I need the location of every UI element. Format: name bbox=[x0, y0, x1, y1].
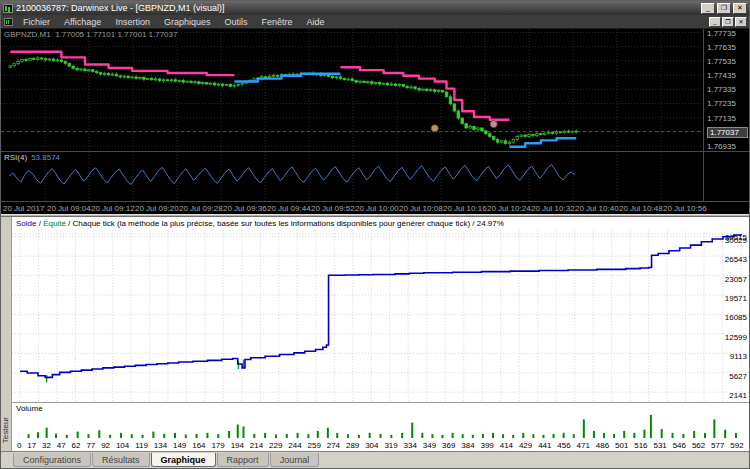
menu-affichage[interactable]: Affichage bbox=[57, 17, 108, 27]
current-price-box: 1.77037 bbox=[707, 127, 748, 138]
balance-canvas[interactable] bbox=[12, 230, 749, 402]
separator: / bbox=[470, 219, 477, 228]
trade-number-label: 456 bbox=[557, 441, 570, 450]
menu-fichier[interactable]: Fichier bbox=[16, 17, 57, 27]
trade-number-label: 134 bbox=[154, 441, 167, 450]
trade-number-label: 429 bbox=[519, 441, 532, 450]
volume-label: Volume bbox=[16, 404, 43, 413]
trade-number-label: 486 bbox=[596, 441, 609, 450]
restore-button[interactable]: ❐ bbox=[717, 3, 731, 14]
model-quality-percent: 24.97% bbox=[477, 219, 504, 228]
rsi-plot[interactable]: RSI(4)53.8574 bbox=[1, 152, 703, 201]
menu-aide[interactable]: Aide bbox=[300, 17, 332, 27]
menu-fenêtre[interactable]: Fenêtre bbox=[254, 17, 299, 27]
trade-number-label: 229 bbox=[269, 441, 282, 450]
rsi-canvas[interactable] bbox=[1, 152, 703, 202]
minimize-button[interactable]: _ bbox=[701, 3, 715, 14]
trade-number-label: 149 bbox=[173, 441, 186, 450]
equity-legend: Équité bbox=[43, 219, 66, 228]
volume-canvas bbox=[12, 403, 749, 439]
time-label: 20 Jul 09:12 bbox=[91, 204, 135, 213]
order-marker-2 bbox=[490, 121, 497, 128]
trade-number-label: 119 bbox=[135, 441, 148, 450]
trade-number-label: 592 bbox=[730, 441, 743, 450]
candlestick-canvas[interactable] bbox=[1, 29, 703, 151]
trade-number-label: 179 bbox=[211, 441, 224, 450]
menu-outils[interactable]: Outils bbox=[217, 17, 254, 27]
tab-configurations[interactable]: Configurations bbox=[13, 453, 91, 467]
balance-scale-label: 9113 bbox=[730, 353, 747, 361]
balance-scale-label: 2141 bbox=[729, 392, 747, 400]
rsi-panel: RSI(4)53.8574 bbox=[1, 151, 749, 201]
order-marker-1 bbox=[431, 125, 438, 132]
trade-number-label: 62 bbox=[72, 441, 81, 450]
model-description: Chaque tick (la méthode la plus précise,… bbox=[73, 219, 471, 228]
trade-number-label: 259 bbox=[308, 441, 321, 450]
price-scale-label: 1.77735 bbox=[707, 29, 736, 38]
app-icon bbox=[3, 4, 13, 13]
trade-number-label: 319 bbox=[384, 441, 397, 450]
trade-number-label: 92 bbox=[101, 441, 110, 450]
time-label: 20 Jul 10:32 bbox=[531, 204, 575, 213]
trade-number-label: 47 bbox=[57, 441, 66, 450]
time-label: 20 Jul 09:04 bbox=[47, 204, 91, 213]
time-label: 20 Jul 09:36 bbox=[223, 204, 267, 213]
trade-number-label: 194 bbox=[231, 441, 244, 450]
price-scale-label: 1.76935 bbox=[707, 142, 736, 151]
time-label: 20 Jul 10:40 bbox=[575, 204, 619, 213]
balance-scale-label: 23057 bbox=[725, 276, 747, 284]
title-bar[interactable]: 2100036787: Darwinex Live - [GBPNZD,M1 (… bbox=[1, 1, 749, 15]
trade-number-label: 414 bbox=[500, 441, 513, 450]
menu-insertion[interactable]: Insertion bbox=[108, 17, 157, 27]
separator: / bbox=[66, 219, 73, 228]
price-scale-label: 1.77635 bbox=[707, 43, 736, 52]
trade-number-label: 77 bbox=[86, 441, 95, 450]
trade-number-label: 546 bbox=[673, 441, 686, 450]
trade-number-label: 214 bbox=[250, 441, 263, 450]
time-label: 20 Jul 10:16 bbox=[443, 204, 487, 213]
mdi-restore-button[interactable]: ❐ bbox=[722, 17, 734, 27]
trade-number-label: 349 bbox=[423, 441, 436, 450]
symbol-ohlc-label: GBPNZD,M1 1.77005 1.77101 1.77001 1.7703… bbox=[4, 30, 177, 39]
trade-number-label: 369 bbox=[442, 441, 455, 450]
price-scale-label: 1.77135 bbox=[707, 114, 736, 123]
tester-side-label: Testeur bbox=[1, 417, 10, 443]
price-chart-panel: GBPNZD,M1 1.77005 1.77101 1.77001 1.7703… bbox=[1, 29, 749, 151]
rsi-scale[interactable] bbox=[703, 152, 749, 201]
tester-tabs: ConfigurationsRésultatsGraphiqueRapportJ… bbox=[1, 451, 749, 468]
time-label: 20 Jul 09:20 bbox=[135, 204, 179, 213]
tab-rsultats[interactable]: Résultats bbox=[92, 453, 150, 467]
trade-number-axis: 0173247627792104119134149164179194214229… bbox=[12, 439, 749, 451]
balance-chart[interactable]: 3051530029265432305719571160851259991135… bbox=[12, 230, 749, 402]
trade-number-label: 304 bbox=[365, 441, 378, 450]
time-label: 20 Jul 2017 bbox=[3, 204, 44, 213]
price-scale-label: 1.77335 bbox=[707, 85, 736, 94]
trade-number-label: 164 bbox=[192, 441, 205, 450]
tester-side-strip[interactable]: Testeur bbox=[1, 217, 12, 451]
separator: / bbox=[36, 219, 43, 228]
trade-number-label: 531 bbox=[653, 441, 666, 450]
price-scale[interactable]: 1.777351.776351.775351.774351.773351.772… bbox=[703, 29, 749, 151]
time-label: 20 Jul 10:48 bbox=[619, 204, 663, 213]
price-chart-plot[interactable]: GBPNZD,M1 1.77005 1.77101 1.77001 1.7703… bbox=[1, 29, 703, 151]
time-label: 20 Jul 10:56 bbox=[663, 204, 707, 213]
time-label: 20 Jul 09:28 bbox=[179, 204, 223, 213]
close-button[interactable]: ✕ bbox=[733, 3, 747, 14]
mdi-close-button[interactable]: ✕ bbox=[735, 17, 747, 27]
rsi-indicator-label: RSI(4)53.8574 bbox=[4, 153, 60, 162]
balance-scale-label: 19571 bbox=[725, 295, 747, 303]
trade-number-label: 244 bbox=[288, 441, 301, 450]
trade-number-label: 0 bbox=[17, 441, 21, 450]
chart-window-icon[interactable] bbox=[4, 18, 13, 26]
trade-number-label: 289 bbox=[346, 441, 359, 450]
tab-graphique[interactable]: Graphique bbox=[151, 453, 216, 467]
tester-content: Solde / Équité / Chaque tick (la méthode… bbox=[12, 217, 749, 451]
time-axis[interactable]: 20 Jul 201720 Jul 09:0420 Jul 09:1220 Ju… bbox=[1, 201, 749, 214]
mdi-minimize-button[interactable]: _ bbox=[709, 17, 721, 27]
trade-number-label: 501 bbox=[615, 441, 628, 450]
tab-journal[interactable]: Journal bbox=[270, 453, 320, 467]
trade-number-label: 334 bbox=[404, 441, 417, 450]
tab-rapport[interactable]: Rapport bbox=[217, 453, 269, 467]
menu-graphiques[interactable]: Graphiques bbox=[157, 17, 218, 27]
balance-scale-label: 26543 bbox=[725, 256, 747, 264]
